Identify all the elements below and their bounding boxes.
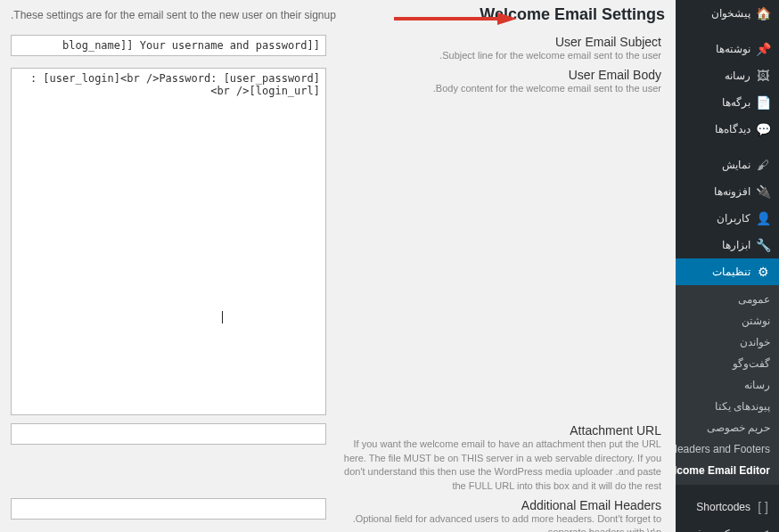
field-label: User Email Body (330, 68, 661, 82)
sidebar-item-label: جمع کردن فهرست (679, 528, 750, 532)
pin-icon: 📌 (756, 42, 770, 56)
field-label: Attachment URL (330, 423, 661, 438)
sidebar-item-label: افزونه‌ها (679, 185, 750, 198)
submenu-item-general[interactable]: عمومی (676, 289, 779, 310)
submenu-item-writing[interactable]: نوشتن (676, 310, 779, 331)
page-icon: 📄 (756, 95, 770, 110)
submenu-item-privacy[interactable]: حریم خصوصی (676, 417, 779, 438)
field-headers: Additional Email Headers .Optional field… (11, 498, 665, 532)
body-textarea[interactable] (11, 68, 326, 415)
sidebar-item-label: رسانه (679, 70, 750, 82)
gear-icon: ⚙ (756, 265, 770, 279)
field-label: Additional Email Headers (330, 498, 661, 512)
sidebar-item-label: پیشخوان (679, 7, 750, 20)
sidebar-item-pages[interactable]: 📄برگه‌ها (676, 89, 779, 116)
submenu-item-media[interactable]: رسانه (676, 374, 779, 396)
field-body: User Email Body .Body content for the we… (11, 68, 665, 418)
sidebar-item-shortcodes[interactable]: [ ]Shortcodes (676, 494, 779, 520)
field-help: .Optional field for advanced users to ad… (330, 512, 661, 532)
field-help: .Body content for the welcome email sent… (330, 82, 661, 95)
comment-icon: 💬 (756, 122, 770, 136)
sidebar-item-settings[interactable]: ⚙تنظیمات (676, 258, 779, 285)
submenu-item-discussion[interactable]: گفت‌وگو (676, 353, 779, 374)
field-help: .Subject line for the welcome email sent… (330, 49, 661, 62)
text-cursor-icon (222, 311, 223, 323)
plug-icon: 🔌 (756, 184, 770, 199)
sidebar-item-users[interactable]: 👤کاربران (676, 205, 779, 232)
field-subject: User Email Subject .Subject line for the… (11, 35, 665, 62)
field-label: User Email Subject (330, 35, 661, 49)
field-help: If you want the welcome email to have an… (330, 438, 661, 493)
sidebar-item-plugins[interactable]: 🔌افزونه‌ها (676, 178, 779, 205)
brush-icon: 🖌 (756, 158, 770, 172)
chevron-left-icon: ◀ (756, 527, 770, 532)
brackets-icon: [ ] (756, 500, 770, 514)
submenu-item-welcome-email-editor[interactable]: Welcome Email Editor (676, 460, 779, 481)
submenu-item-reading[interactable]: خواندن (676, 331, 779, 353)
sidebar-item-posts[interactable]: 📌نوشته‌ها (676, 36, 779, 62)
settings-content: Welcome Email Settings .These settings a… (0, 0, 676, 532)
sidebar-item-label: ابزارها (679, 239, 750, 251)
sidebar-item-label: دیدگاه‌ها (679, 123, 750, 135)
sidebar-collapse[interactable]: ◀جمع کردن فهرست (676, 520, 779, 532)
sidebar-item-label: نمایش (679, 159, 750, 171)
wrench-icon: 🔧 (756, 238, 770, 252)
submenu-item-permalinks[interactable]: پیوندهای یکتا (676, 396, 779, 417)
page-description: .These settings are for the email sent t… (11, 9, 336, 21)
sidebar-item-comments[interactable]: 💬دیدگاه‌ها (676, 116, 779, 143)
sidebar-item-label: نوشته‌ها (679, 43, 750, 55)
submenu-item-insert-headers[interactable]: Insert Headers and Footers (676, 438, 779, 460)
media-icon: 🖼 (756, 69, 770, 83)
sidebar-item-appearance[interactable]: 🖌نمایش (676, 151, 779, 178)
home-icon: 🏠 (756, 6, 770, 20)
admin-sidebar: 🏠پیشخوان 📌نوشته‌ها 🖼رسانه 📄برگه‌ها 💬دیدگ… (676, 0, 779, 532)
sidebar-item-dashboard[interactable]: 🏠پیشخوان (676, 0, 779, 27)
subject-input[interactable] (11, 35, 326, 56)
sidebar-item-tools[interactable]: 🔧ابزارها (676, 232, 779, 258)
headers-input[interactable] (11, 498, 326, 520)
sidebar-item-label: کاربران (679, 212, 750, 225)
sidebar-item-label: Shortcodes (679, 501, 750, 513)
settings-submenu: عمومی نوشتن خواندن گفت‌وگو رسانه پیوندها… (676, 285, 779, 485)
page-header: Welcome Email Settings .These settings a… (0, 0, 676, 29)
sidebar-item-label: تنظیمات (679, 266, 750, 278)
attachment-input[interactable] (11, 423, 326, 445)
sidebar-item-label: برگه‌ها (679, 96, 750, 109)
user-icon: 👤 (756, 211, 770, 225)
field-attachment: Attachment URL If you want the welcome e… (11, 423, 665, 493)
sidebar-item-media[interactable]: 🖼رسانه (676, 62, 779, 89)
page-title: Welcome Email Settings (480, 5, 665, 24)
